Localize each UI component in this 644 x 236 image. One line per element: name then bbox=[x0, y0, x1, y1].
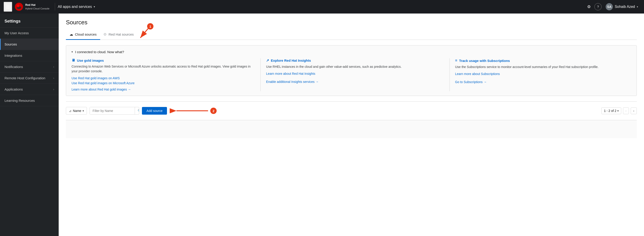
filter-dropdown-label: Name bbox=[73, 109, 81, 113]
user-chevron: ▾ bbox=[637, 5, 638, 8]
col2-sub-link[interactable]: Enable additional Insights services → bbox=[266, 80, 442, 84]
col1-link-azure[interactable]: Use Red Hat gold images on Microsoft Azu… bbox=[72, 81, 253, 85]
info-col-subscriptions: ≡ Track usage with Subscriptions Use the… bbox=[450, 58, 631, 91]
redhat-hat-icon: ⛒ bbox=[104, 33, 107, 36]
logo-line2: Hybrid Cloud Console bbox=[25, 7, 50, 10]
app-selector[interactable]: All apps and services ▾ bbox=[55, 3, 98, 10]
pagination-prev-button[interactable]: ‹ bbox=[623, 108, 629, 114]
col1-text: Connecting to Amazon Web Services or Mic… bbox=[72, 64, 253, 74]
col1-footer-link[interactable]: Learn more about Red Hat gold images → bbox=[72, 88, 253, 91]
sidebar-item-sources[interactable]: Sources bbox=[0, 39, 59, 50]
col3-title: ≡ Track usage with Subscriptions bbox=[455, 58, 631, 63]
col2-text: Use RHEL instances in the cloud and gain… bbox=[266, 64, 442, 69]
annotation-badge-2: 2 bbox=[210, 108, 216, 114]
chevron-right-icon: › bbox=[53, 65, 54, 68]
redhat-logo-icon bbox=[15, 3, 23, 11]
search-icon: 🔍 bbox=[138, 109, 139, 113]
add-source-label: Add source bbox=[146, 109, 162, 113]
sidebar-item-label: Applications bbox=[4, 87, 23, 91]
filter-input-wrapper: 🔍 bbox=[90, 107, 139, 115]
tabs: ☁ Cloud sources ⛒ Red Hat sources bbox=[66, 29, 637, 40]
sidebar-item-label: My User Access bbox=[4, 31, 29, 35]
col1-link-aws[interactable]: Use Red Hat gold images on AWS bbox=[72, 76, 253, 80]
hamburger-menu[interactable]: ☰ bbox=[4, 2, 12, 12]
filter-search-button[interactable]: 🔍 bbox=[135, 107, 139, 115]
sidebar-item-applications[interactable]: Applications › bbox=[0, 84, 59, 95]
sidebar-item-notifications[interactable]: Notifications › bbox=[0, 61, 59, 73]
gold-images-icon: 🖥 bbox=[72, 58, 75, 62]
cloud-icon: ☁ bbox=[70, 32, 73, 36]
avatar: SA bbox=[606, 3, 613, 10]
chevron-right-icon: › bbox=[53, 88, 54, 91]
user-menu[interactable]: SA Sohaib Azed ▾ bbox=[604, 2, 640, 12]
filter-bar-container: ⊿ Name ▾ 🔍 Add source bbox=[66, 101, 637, 120]
sidebar-item-label: Sources bbox=[4, 42, 17, 46]
tab-label: Red Hat sources bbox=[108, 32, 134, 36]
pagination-select[interactable]: 1 - 2 of 2 ▾ bbox=[601, 108, 621, 114]
table-body bbox=[66, 120, 637, 138]
sidebar-item-remote-host-configuration[interactable]: Remote Host Configuration › bbox=[0, 73, 59, 84]
logo-line1: Red Hat bbox=[25, 3, 50, 7]
main-content: Sources ☁ Cloud sources ⛒ Red Hat source… bbox=[59, 13, 644, 236]
pagination: 1 - 2 of 2 ▾ ‹ › bbox=[601, 108, 637, 114]
info-card-title: I connected to cloud. Now what? bbox=[75, 50, 124, 54]
tab-label: Cloud sources bbox=[75, 32, 96, 36]
info-card-header[interactable]: ▾ I connected to cloud. Now what? bbox=[72, 50, 631, 54]
sidebar-item-my-user-access[interactable]: My User Access bbox=[0, 27, 59, 39]
filter-input[interactable] bbox=[90, 107, 135, 115]
subscriptions-icon: ≡ bbox=[455, 58, 458, 63]
pagination-range: 1 - 2 of 2 bbox=[604, 109, 616, 113]
pagination-next-button[interactable]: › bbox=[631, 108, 637, 114]
sidebar-item-integrations[interactable]: Integrations bbox=[0, 50, 59, 61]
tab-cloud-sources[interactable]: ☁ Cloud sources bbox=[66, 29, 100, 40]
col2-footer-link[interactable]: Learn more about Red Hat Insights bbox=[266, 72, 442, 75]
col1-title: 🖥 Use gold images bbox=[72, 58, 253, 62]
tab-red-hat-sources[interactable]: ⛒ Red Hat sources bbox=[100, 30, 138, 40]
sidebar-item-label: Learning Resources bbox=[4, 99, 35, 103]
insights-icon: ↗ bbox=[266, 58, 269, 63]
tabs-container: ☁ Cloud sources ⛒ Red Hat sources 1 bbox=[66, 29, 637, 45]
filter-bar: ⊿ Name ▾ 🔍 Add source bbox=[66, 101, 637, 120]
avatar-initials: SA bbox=[607, 5, 611, 8]
app-selector-label: All apps and services bbox=[58, 5, 92, 9]
chevron-right-icon: › bbox=[53, 77, 54, 80]
page-title: Sources bbox=[66, 19, 637, 26]
col1-title-text: Use gold images bbox=[77, 59, 104, 62]
sidebar-title: Settings bbox=[0, 13, 59, 27]
app-selector-chevron: ▾ bbox=[94, 5, 95, 8]
sidebar-item-label: Remote Host Configuration bbox=[4, 76, 45, 80]
col2-title-text: Explore Red Hat Insights bbox=[271, 59, 311, 62]
sidebar-item-label: Notifications bbox=[4, 65, 23, 69]
col3-title-text: Track usage with Subscriptions bbox=[459, 59, 510, 63]
redhat-logo: Red Hat Hybrid Cloud Console bbox=[15, 3, 50, 11]
sidebar-item-label: Integrations bbox=[4, 54, 22, 57]
svg-point-3 bbox=[17, 4, 19, 7]
filter-icon: ⊿ bbox=[69, 109, 72, 113]
help-button[interactable]: ? bbox=[594, 3, 602, 10]
user-name: Sohaib Azed bbox=[615, 5, 635, 9]
col3-footer-link[interactable]: Learn more about Subscriptions bbox=[455, 72, 631, 76]
col3-sub-link[interactable]: Go to Subscriptions → bbox=[455, 80, 631, 84]
add-source-button[interactable]: Add source bbox=[142, 107, 167, 115]
top-navigation: ☰ Red Hat Hybrid Cloud Console All apps … bbox=[0, 0, 644, 13]
info-columns: 🖥 Use gold images Connecting to Amazon W… bbox=[72, 58, 631, 91]
col3-text: Use the Subscriptions service to monitor… bbox=[455, 65, 631, 69]
arrow-2 bbox=[170, 105, 210, 117]
main-layout: Settings My User Access Sources Integrat… bbox=[0, 13, 644, 236]
gear-icon: ⚙ bbox=[587, 4, 591, 9]
question-icon: ? bbox=[597, 5, 599, 8]
collapse-icon: ▾ bbox=[72, 50, 73, 53]
info-col-insights: ↗ Explore Red Hat Insights Use RHEL inst… bbox=[260, 58, 442, 91]
info-card: ▾ I connected to cloud. Now what? 🖥 Use … bbox=[66, 45, 637, 96]
settings-button[interactable]: ⚙ bbox=[585, 2, 592, 11]
filter-chevron-icon: ▾ bbox=[82, 110, 84, 112]
annotation-2-wrapper: 2 bbox=[170, 105, 216, 117]
sidebar-item-learning-resources[interactable]: Learning Resources bbox=[0, 95, 59, 106]
sidebar: Settings My User Access Sources Integrat… bbox=[0, 13, 59, 236]
info-col-gold-images: 🖥 Use gold images Connecting to Amazon W… bbox=[72, 58, 253, 91]
col2-title: ↗ Explore Red Hat Insights bbox=[266, 58, 442, 63]
filter-dropdown[interactable]: ⊿ Name ▾ bbox=[66, 107, 87, 115]
topnav-right: ⚙ ? SA Sohaib Azed ▾ bbox=[585, 2, 640, 12]
pagination-chevron: ▾ bbox=[617, 110, 619, 112]
